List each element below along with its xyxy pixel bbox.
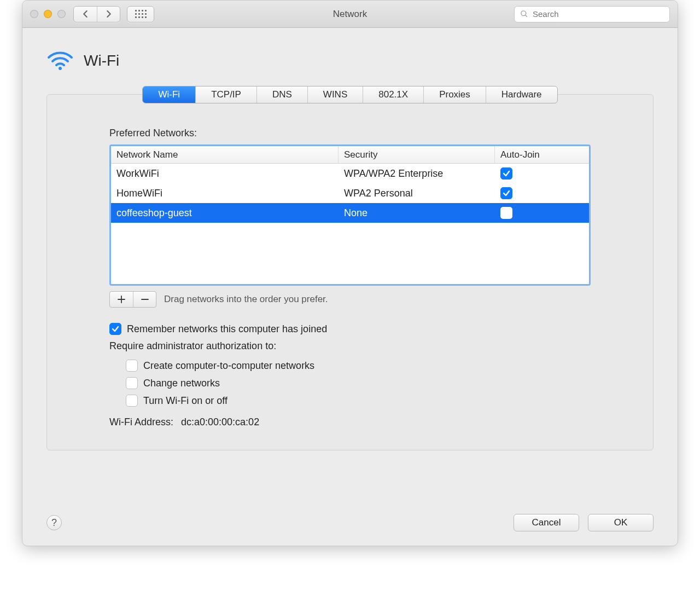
tab-proxies[interactable]: Proxies [423,86,486,103]
cell-security: None [339,207,495,219]
cell-network-name: coffeeshop-guest [111,207,339,219]
tab-hardware[interactable]: Hardware [486,86,557,103]
create-row: Create computer-to-computer networks [126,360,591,372]
change-checkbox[interactable] [126,377,138,389]
minimize-window-button[interactable] [44,10,52,18]
autojoin-checkbox[interactable] [500,187,512,199]
grid-icon [135,10,147,18]
remove-network-button[interactable] [133,292,156,307]
minus-icon [141,296,149,303]
cell-autojoin [495,167,589,180]
zoom-window-button[interactable] [57,10,66,18]
search-field[interactable] [514,6,670,22]
table-body: WorkWiFiWPA/WPA2 EnterpriseHomeWiFiWPA2 … [111,164,589,284]
cancel-button[interactable]: Cancel [514,514,579,531]
back-button[interactable] [74,7,97,22]
col-network-name[interactable]: Network Name [111,146,339,163]
tabs: Wi-FiTCP/IPDNSWINS802.1XProxiesHardware [142,86,557,103]
search-input[interactable] [533,9,664,19]
nav-group [73,6,120,22]
close-window-button[interactable] [30,10,38,18]
show-all-button[interactable] [127,6,154,22]
toggle-checkbox[interactable] [126,395,138,407]
add-network-button[interactable] [110,292,133,307]
titlebar: Network [22,1,678,28]
tab-802-1x[interactable]: 802.1X [363,86,423,103]
remember-checkbox[interactable] [109,323,121,335]
remember-label: Remember networks this computer has join… [127,323,327,335]
wifi-panel: Preferred Networks: Network Name Securit… [46,94,654,450]
help-button[interactable]: ? [46,515,62,530]
forward-button[interactable] [97,7,120,22]
toggle-row: Turn Wi-Fi on or off [126,395,591,407]
ok-button[interactable]: OK [588,514,654,531]
svg-point-0 [59,67,62,70]
col-autojoin[interactable]: Auto-Join [495,146,589,163]
tab-wins[interactable]: WINS [307,86,363,103]
wifi-address-value: dc:a0:00:00:ca:02 [181,417,259,428]
change-row: Change networks [126,377,591,389]
plus-icon [118,296,125,303]
wifi-icon [46,49,74,73]
drag-hint: Drag networks into the order you prefer. [164,294,328,305]
table-header: Network Name Security Auto-Join [111,146,589,164]
preferred-networks-table[interactable]: Network Name Security Auto-Join WorkWiFi… [109,144,591,286]
cell-autojoin [495,187,589,199]
network-preferences-window: Network Wi-Fi Wi-FiTCP/IPDNSWINS802.1XPr… [22,0,678,546]
create-checkbox[interactable] [126,360,138,372]
header-section: Wi-Fi [22,28,678,86]
add-remove-toolbar: Drag networks into the order you prefer. [109,291,591,308]
cell-network-name: WorkWiFi [111,168,339,180]
table-row[interactable]: HomeWiFiWPA2 Personal [111,183,589,203]
options-section: Remember networks this computer has join… [109,323,591,407]
cell-security: WPA2 Personal [339,188,495,199]
wifi-address-row: Wi-Fi Address: dc:a0:00:00:ca:02 [109,417,591,428]
toggle-label: Turn Wi-Fi on or off [143,395,228,407]
tab-tcp-ip[interactable]: TCP/IP [195,86,256,103]
create-label: Create computer-to-computer networks [143,360,314,372]
tab-dns[interactable]: DNS [256,86,307,103]
search-icon [520,10,528,18]
footer: ? Cancel OK [22,514,678,531]
tab-wi-fi[interactable]: Wi-Fi [143,86,195,103]
require-auth-label: Require administrator authorization to: [109,340,591,352]
page-title: Wi-Fi [84,52,119,70]
cell-network-name: HomeWiFi [111,188,339,199]
wifi-address-label: Wi-Fi Address: [109,417,173,428]
preferred-networks-label: Preferred Networks: [109,128,591,139]
cell-security: WPA/WPA2 Enterprise [339,168,495,180]
autojoin-checkbox[interactable] [500,167,512,180]
remember-row: Remember networks this computer has join… [109,323,591,335]
table-row[interactable]: WorkWiFiWPA/WPA2 Enterprise [111,164,589,183]
col-security[interactable]: Security [339,146,495,163]
autojoin-checkbox[interactable] [500,207,512,219]
change-label: Change networks [143,378,220,389]
table-row[interactable]: coffeeshop-guestNone [111,203,589,223]
window-title: Network [333,9,367,20]
cell-autojoin [495,207,589,219]
traffic-lights [30,10,66,18]
